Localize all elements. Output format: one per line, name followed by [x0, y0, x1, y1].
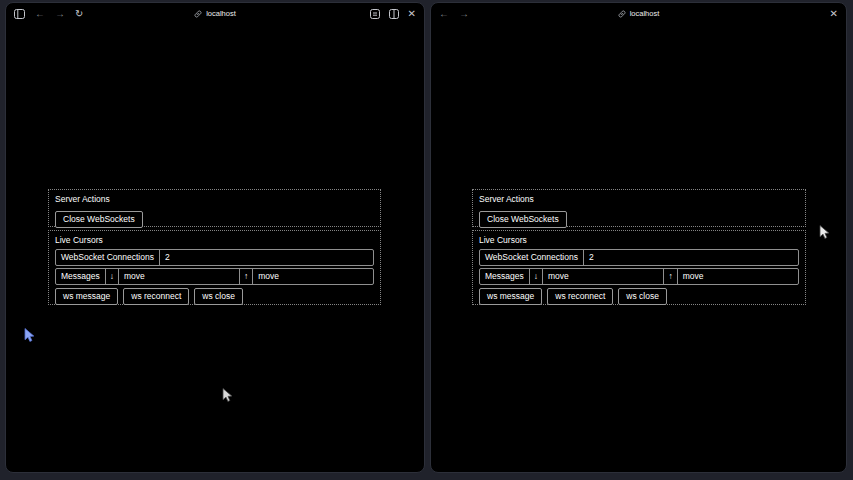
sidebar-toggle-icon[interactable] [14, 9, 25, 19]
arrow-up-icon: ↑ [663, 269, 676, 284]
messages-label: Messages [480, 269, 529, 284]
messages-row: Messages ↓ move ↑ move [55, 268, 374, 285]
close-websockets-button[interactable]: Close WebSockets [55, 211, 143, 228]
page-title: localhost [206, 9, 236, 18]
address-bar: localhost [431, 3, 846, 24]
close-websockets-button[interactable]: Close WebSockets [479, 211, 567, 228]
split-view-icon[interactable] [389, 9, 399, 19]
ws-message-button[interactable]: ws message [55, 288, 118, 305]
server-actions-panel: Server Actions Close WebSockets [472, 189, 806, 227]
page-title: localhost [630, 9, 660, 18]
arrow-down-icon: ↓ [105, 269, 118, 284]
reader-list-icon[interactable] [370, 9, 380, 19]
connections-value: 2 [159, 250, 373, 265]
messages-row: Messages ↓ move ↑ move [479, 268, 799, 285]
reload-icon[interactable]: ↻ [75, 9, 83, 19]
incoming-message-value: move [118, 269, 239, 284]
incoming-message-value: move [542, 269, 663, 284]
live-cursors-title: Live Cursors [55, 235, 374, 246]
window-controls: ✕ [830, 9, 838, 19]
outgoing-message-value: move [252, 269, 373, 284]
back-icon[interactable]: ← [439, 9, 449, 19]
close-icon[interactable]: ✕ [408, 9, 416, 19]
close-icon[interactable]: ✕ [830, 9, 838, 19]
arrow-up-icon: ↑ [239, 269, 252, 284]
server-actions-panel: Server Actions Close WebSockets [48, 189, 381, 227]
server-actions-title: Server Actions [55, 194, 374, 205]
ws-reconnect-button[interactable]: ws reconnect [123, 288, 189, 305]
outgoing-message-value: move [677, 269, 798, 284]
live-cursors-panel: Live Cursors WebSocket Connections 2 Mes… [48, 230, 381, 305]
titlebar: ← → ↻ localhost ✕ [6, 3, 424, 24]
back-icon[interactable]: ← [35, 9, 45, 19]
nav-controls: ← → [439, 9, 469, 19]
live-cursors-title: Live Cursors [479, 235, 799, 246]
forward-icon[interactable]: → [459, 9, 469, 19]
live-cursors-panel: Live Cursors WebSocket Connections 2 Mes… [472, 230, 806, 305]
ws-close-button[interactable]: ws close [194, 288, 243, 305]
connections-value: 2 [583, 250, 798, 265]
window-controls: ✕ [370, 9, 416, 19]
link-icon [194, 10, 202, 18]
ws-buttons-row: ws message ws reconnect ws close [55, 288, 374, 305]
connections-label: WebSocket Connections [56, 250, 159, 265]
arrow-down-icon: ↓ [529, 269, 542, 284]
browser-window-right: ← → localhost ✕ Server Actions Close Web… [430, 2, 847, 473]
server-actions-title: Server Actions [479, 194, 799, 205]
connections-row: WebSocket Connections 2 [479, 249, 799, 266]
nav-controls: ← → ↻ [14, 9, 83, 19]
titlebar: ← → localhost ✕ [431, 3, 846, 24]
connections-label: WebSocket Connections [480, 250, 583, 265]
connections-row: WebSocket Connections 2 [55, 249, 374, 266]
browser-window-left: ← → ↻ localhost ✕ Server Actions Close W… [5, 2, 425, 473]
ws-close-button[interactable]: ws close [618, 288, 667, 305]
ws-reconnect-button[interactable]: ws reconnect [547, 288, 613, 305]
link-icon [618, 10, 626, 18]
forward-icon[interactable]: → [55, 9, 65, 19]
messages-label: Messages [56, 269, 105, 284]
ws-buttons-row: ws message ws reconnect ws close [479, 288, 799, 305]
ws-message-button[interactable]: ws message [479, 288, 542, 305]
